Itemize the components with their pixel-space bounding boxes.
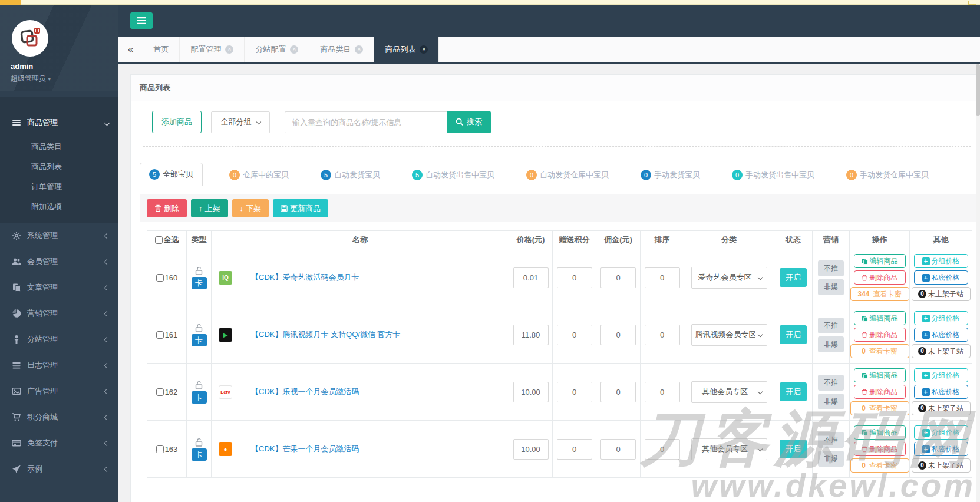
points-input[interactable] xyxy=(557,267,592,288)
sidebar-subitem-addons[interactable]: 附加选项 xyxy=(0,197,118,217)
notice-strip-button[interactable] xyxy=(968,1,976,5)
filter-tab-auto-stock[interactable]: 0 自动发货仓库中宝贝 xyxy=(517,164,618,186)
toggle-sidebar-button[interactable] xyxy=(130,12,153,29)
price-input[interactable] xyxy=(513,439,549,460)
vertical-scrollbar[interactable] xyxy=(976,64,980,502)
filter-tab-auto[interactable]: 5 自动发货宝贝 xyxy=(312,164,389,186)
sidebar-item-points-mall[interactable]: 积分商城 xyxy=(0,404,118,430)
filter-tab-all[interactable]: 5 全部宝贝 xyxy=(140,163,203,186)
delete-goods-button[interactable]: 删除商品 xyxy=(854,328,906,342)
price-input[interactable] xyxy=(513,382,549,402)
substation-button[interactable]: 0未上架子站 xyxy=(912,344,971,358)
sidebar-item-articles[interactable]: 文章管理 xyxy=(0,275,118,300)
tab-goods-category[interactable]: 商品类目 × xyxy=(309,37,374,62)
bulk-delete-button[interactable]: 删除 xyxy=(147,199,187,217)
not-hot-badge[interactable]: 非爆 xyxy=(818,451,844,467)
substation-button[interactable]: 0未上架子站 xyxy=(912,401,971,415)
commission-input[interactable] xyxy=(600,325,636,345)
price-input[interactable] xyxy=(513,267,549,288)
filter-tab-manual-stock[interactable]: 0 手动发货仓库中宝贝 xyxy=(837,164,938,186)
user-role-dropdown[interactable]: 超级管理员 ▾ xyxy=(11,74,118,84)
sidebar-item-marketing[interactable]: 营销管理 xyxy=(0,300,118,326)
not-hot-badge[interactable]: 非爆 xyxy=(818,394,844,409)
delete-goods-button[interactable]: 删除商品 xyxy=(854,270,906,285)
not-recommended-badge[interactable]: 不推 xyxy=(818,375,844,391)
view-cards-button[interactable]: 0查看卡密 xyxy=(850,401,909,415)
search-button[interactable]: 搜索 xyxy=(447,111,491,133)
edit-goods-button[interactable]: 编辑商品 xyxy=(854,311,906,325)
tab-goods-list[interactable]: 商品列表 × xyxy=(374,37,439,62)
row-checkbox[interactable] xyxy=(156,388,164,396)
not-hot-badge[interactable]: 非爆 xyxy=(818,336,844,352)
filter-tab-manual-selling[interactable]: 0 手动发货出售中宝贝 xyxy=(723,164,823,186)
sort-input[interactable] xyxy=(645,439,680,460)
row-checkbox[interactable] xyxy=(156,445,164,453)
status-toggle-button[interactable]: 开启 xyxy=(780,325,807,344)
private-price-button[interactable]: +私密价格 xyxy=(914,328,968,342)
search-input[interactable] xyxy=(285,111,447,133)
filter-tab-manual[interactable]: 0 手动发货宝贝 xyxy=(632,164,709,186)
sidebar-item-ads[interactable]: 广告管理 xyxy=(0,378,118,404)
sidebar-item-goods[interactable]: 商品管理 xyxy=(0,110,118,136)
status-toggle-button[interactable]: 开启 xyxy=(780,382,807,401)
close-icon[interactable]: × xyxy=(420,45,428,54)
sidebar-item-logs[interactable]: 日志管理 xyxy=(0,352,118,378)
private-price-button[interactable]: +私密价格 xyxy=(914,270,968,285)
group-price-button[interactable]: +分组价格 xyxy=(914,425,968,440)
product-name-link[interactable]: 【CDK】爱奇艺激活码会员月卡 xyxy=(251,272,359,283)
sidebar-item-examples[interactable]: 示例 xyxy=(0,456,118,482)
private-price-button[interactable]: +私密价格 xyxy=(914,385,968,399)
add-goods-button[interactable]: 添加商品 xyxy=(152,111,202,133)
substation-button[interactable]: 0未上架子站 xyxy=(912,458,971,473)
group-price-button[interactable]: +分组价格 xyxy=(914,254,968,268)
group-filter-select[interactable]: 全部分组 xyxy=(211,111,270,133)
tab-config[interactable]: 配置管理 × xyxy=(180,37,245,62)
bulk-onshelf-button[interactable]: ↑ 上架 xyxy=(191,199,228,217)
not-recommended-badge[interactable]: 不推 xyxy=(818,260,844,276)
substation-button[interactable]: 0未上架子站 xyxy=(912,287,971,301)
product-name-link[interactable]: 【CDK】芒果一个月会员激活码 xyxy=(251,444,359,454)
filter-tab-auto-selling[interactable]: 5 自动发货出售中宝贝 xyxy=(403,164,503,186)
points-input[interactable] xyxy=(557,382,592,402)
close-icon[interactable]: × xyxy=(355,45,363,54)
not-recommended-badge[interactable]: 不推 xyxy=(818,432,844,448)
view-cards-button[interactable]: 0查看卡密 xyxy=(850,344,909,358)
sidebar-item-system[interactable]: 系统管理 xyxy=(0,223,118,249)
sidebar-item-payment[interactable]: 免签支付 xyxy=(0,430,118,456)
sidebar-subitem-goods-list[interactable]: 商品列表 xyxy=(0,157,118,177)
tab-home[interactable]: 首页 xyxy=(143,37,180,62)
bulk-offshelf-button[interactable]: ↓ 下架 xyxy=(232,199,269,217)
commission-input[interactable] xyxy=(600,382,636,402)
category-select[interactable]: 腾讯视频会员专区 xyxy=(691,324,767,346)
points-input[interactable] xyxy=(557,439,592,460)
edit-goods-button[interactable]: 编辑商品 xyxy=(854,425,906,440)
category-select[interactable]: 其他会员专区 xyxy=(691,438,767,460)
sort-input[interactable] xyxy=(645,325,680,345)
close-icon[interactable]: × xyxy=(290,45,298,54)
status-toggle-button[interactable]: 开启 xyxy=(780,440,807,458)
sort-input[interactable] xyxy=(645,382,680,402)
sidebar-subitem-orders[interactable]: 订单管理 xyxy=(0,177,118,197)
group-price-button[interactable]: +分组价格 xyxy=(914,311,968,325)
view-cards-button[interactable]: 0查看卡密 xyxy=(850,458,909,473)
commission-input[interactable] xyxy=(600,267,636,288)
category-select[interactable]: 爱奇艺会员专区 xyxy=(691,267,767,289)
edit-goods-button[interactable]: 编辑商品 xyxy=(854,254,906,268)
row-checkbox[interactable] xyxy=(156,274,164,282)
product-name-link[interactable]: 【CDK】乐视一个月会员激活码 xyxy=(251,387,359,397)
edit-goods-button[interactable]: 编辑商品 xyxy=(854,368,906,382)
status-toggle-button[interactable]: 开启 xyxy=(780,268,807,287)
category-select[interactable]: 其他会员专区 xyxy=(691,381,767,403)
private-price-button[interactable]: +私密价格 xyxy=(914,442,968,456)
price-input[interactable] xyxy=(513,325,549,345)
filter-tab-in-stock[interactable]: 0 仓库中的宝贝 xyxy=(220,164,298,186)
sidebar-item-substations[interactable]: 分站管理 xyxy=(0,326,118,352)
not-hot-badge[interactable]: 非爆 xyxy=(818,279,844,295)
product-name-link[interactable]: 【CDK】腾讯视频月卡 支持QQ/微信 官方卡 xyxy=(251,329,401,340)
group-price-button[interactable]: +分组价格 xyxy=(914,368,968,382)
bulk-update-button[interactable]: 更新商品 xyxy=(273,199,328,217)
view-cards-button[interactable]: 344查看卡密 xyxy=(850,287,909,301)
delete-goods-button[interactable]: 删除商品 xyxy=(854,385,906,399)
commission-input[interactable] xyxy=(600,439,636,460)
row-checkbox[interactable] xyxy=(156,331,164,339)
